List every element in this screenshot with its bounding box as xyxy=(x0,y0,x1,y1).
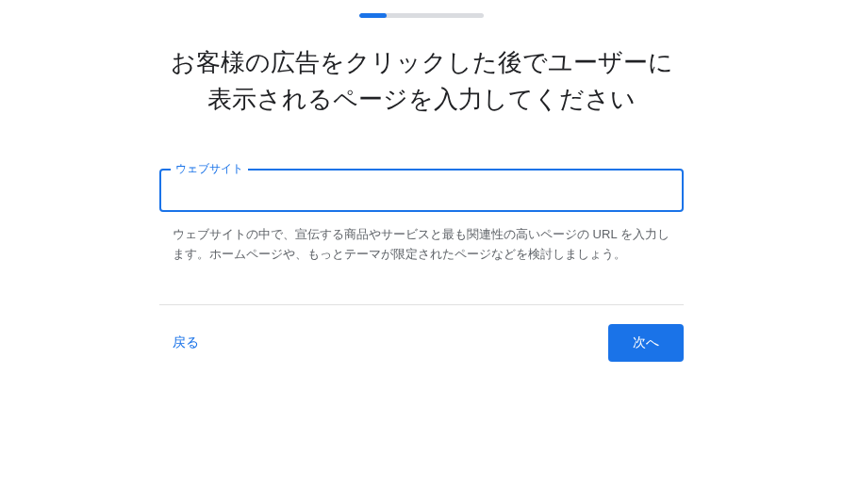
progress-bar xyxy=(359,13,484,18)
heading-line-2: 表示されるページを入力してください xyxy=(207,85,636,113)
navigation-area: 戻る 次へ xyxy=(159,304,684,362)
website-helper-text: ウェブサイトの中で、宣伝する商品やサービスと最も関連性の高いページの URL を… xyxy=(159,225,684,265)
progress-container xyxy=(0,0,843,18)
back-button[interactable]: 戻る xyxy=(159,327,199,359)
heading-line-1: お客様の広告をクリックした後でユーザーに xyxy=(171,48,673,76)
website-input-label: ウェブサイト xyxy=(171,161,248,177)
page-heading: お客様の広告をクリックした後でユーザーに 表示されるページを入力してください xyxy=(0,44,843,118)
form-area: ウェブサイト ウェブサイトの中で、宣伝する商品やサービスと最も関連性の高いページ… xyxy=(159,169,684,265)
progress-fill xyxy=(359,13,387,18)
website-input-wrapper: ウェブサイト xyxy=(159,169,684,212)
next-button[interactable]: 次へ xyxy=(608,324,684,362)
